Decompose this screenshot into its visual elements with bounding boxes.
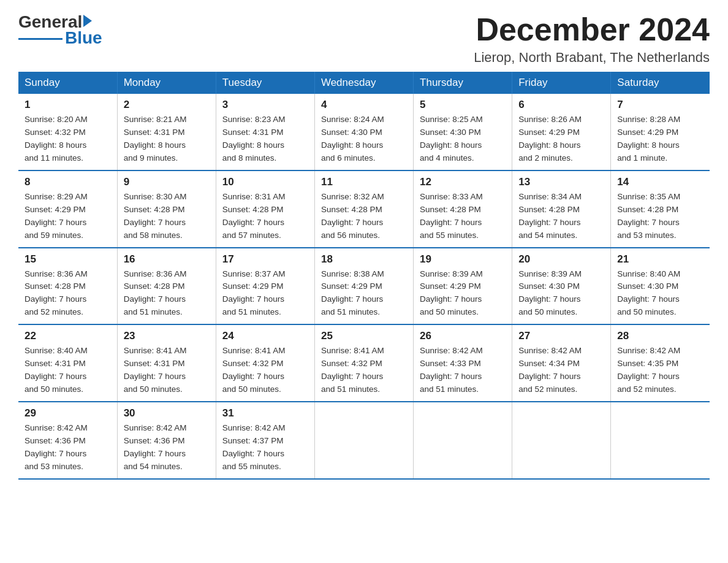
day-info: Sunrise: 8:41 AMSunset: 4:31 PMDaylight:… — [124, 345, 210, 396]
calendar-cell — [414, 402, 512, 479]
day-info: Sunrise: 8:40 AMSunset: 4:30 PMDaylight:… — [617, 268, 703, 320]
day-info: Sunrise: 8:28 AMSunset: 4:29 PMDaylight:… — [617, 113, 703, 165]
day-number: 31 — [222, 407, 308, 419]
day-number: 9 — [124, 176, 210, 188]
calendar-cell: 29 Sunrise: 8:42 AMSunset: 4:36 PMDaylig… — [18, 402, 117, 479]
day-info: Sunrise: 8:38 AMSunset: 4:29 PMDaylight:… — [321, 268, 407, 320]
day-header-thursday: Thursday — [414, 72, 512, 94]
calendar-cell: 26 Sunrise: 8:42 AMSunset: 4:33 PMDaylig… — [414, 324, 512, 402]
day-number: 11 — [321, 176, 407, 188]
calendar-header: SundayMondayTuesdayWednesdayThursdayFrid… — [18, 72, 710, 94]
day-header-monday: Monday — [117, 72, 216, 94]
day-info: Sunrise: 8:20 AMSunset: 4:32 PMDaylight:… — [25, 113, 111, 165]
day-number: 28 — [617, 330, 703, 342]
week-row-4: 22 Sunrise: 8:40 AMSunset: 4:31 PMDaylig… — [18, 324, 710, 402]
day-number: 23 — [124, 330, 210, 342]
calendar-cell: 4 Sunrise: 8:24 AMSunset: 4:30 PMDayligh… — [314, 94, 413, 170]
logo-blue-text: Blue — [65, 28, 102, 48]
day-number: 13 — [518, 176, 604, 188]
calendar-cell: 11 Sunrise: 8:32 AMSunset: 4:28 PMDaylig… — [314, 170, 413, 248]
day-info: Sunrise: 8:37 AMSunset: 4:29 PMDaylight:… — [222, 268, 308, 320]
calendar-table: SundayMondayTuesdayWednesdayThursdayFrid… — [18, 72, 710, 479]
calendar-cell: 25 Sunrise: 8:41 AMSunset: 4:32 PMDaylig… — [314, 324, 413, 402]
calendar-cell: 16 Sunrise: 8:36 AMSunset: 4:28 PMDaylig… — [117, 248, 216, 325]
day-info: Sunrise: 8:35 AMSunset: 4:28 PMDaylight:… — [617, 191, 703, 242]
day-info: Sunrise: 8:41 AMSunset: 4:32 PMDaylight:… — [321, 345, 407, 396]
day-number: 20 — [518, 253, 604, 266]
day-info: Sunrise: 8:41 AMSunset: 4:32 PMDaylight:… — [222, 345, 308, 396]
week-row-3: 15 Sunrise: 8:36 AMSunset: 4:28 PMDaylig… — [18, 248, 710, 325]
calendar-cell: 12 Sunrise: 8:33 AMSunset: 4:28 PMDaylig… — [414, 170, 512, 248]
day-number: 29 — [25, 407, 111, 419]
day-number: 7 — [617, 99, 703, 111]
day-info: Sunrise: 8:33 AMSunset: 4:28 PMDaylight:… — [420, 191, 506, 242]
day-number: 15 — [25, 253, 111, 266]
calendar-cell: 31 Sunrise: 8:42 AMSunset: 4:37 PMDaylig… — [216, 402, 314, 479]
calendar-cell: 1 Sunrise: 8:20 AMSunset: 4:32 PMDayligh… — [18, 94, 117, 170]
calendar-cell: 3 Sunrise: 8:23 AMSunset: 4:31 PMDayligh… — [216, 94, 314, 170]
calendar-cell: 27 Sunrise: 8:42 AMSunset: 4:34 PMDaylig… — [512, 324, 611, 402]
location-subtitle: Lierop, North Brabant, The Netherlands — [474, 50, 710, 66]
day-info: Sunrise: 8:42 AMSunset: 4:36 PMDaylight:… — [25, 422, 111, 473]
week-row-2: 8 Sunrise: 8:29 AMSunset: 4:29 PMDayligh… — [18, 170, 710, 248]
day-info: Sunrise: 8:42 AMSunset: 4:35 PMDaylight:… — [617, 345, 703, 396]
day-info: Sunrise: 8:34 AMSunset: 4:28 PMDaylight:… — [518, 191, 604, 242]
day-info: Sunrise: 8:36 AMSunset: 4:28 PMDaylight:… — [25, 268, 111, 320]
day-number: 30 — [124, 407, 210, 419]
logo-underline — [18, 38, 63, 40]
day-number: 1 — [25, 99, 111, 111]
day-header-tuesday: Tuesday — [216, 72, 314, 94]
day-header-friday: Friday — [512, 72, 611, 94]
calendar-cell: 5 Sunrise: 8:25 AMSunset: 4:30 PMDayligh… — [414, 94, 512, 170]
day-number: 18 — [321, 253, 407, 266]
calendar-cell: 9 Sunrise: 8:30 AMSunset: 4:28 PMDayligh… — [117, 170, 216, 248]
day-number: 16 — [124, 253, 210, 266]
day-info: Sunrise: 8:25 AMSunset: 4:30 PMDaylight:… — [420, 113, 506, 165]
day-number: 10 — [222, 176, 308, 188]
calendar-cell: 2 Sunrise: 8:21 AMSunset: 4:31 PMDayligh… — [117, 94, 216, 170]
calendar-cell — [512, 402, 611, 479]
day-number: 22 — [25, 330, 111, 342]
day-header-sunday: Sunday — [18, 72, 117, 94]
calendar-cell — [611, 402, 710, 479]
day-header-saturday: Saturday — [611, 72, 710, 94]
calendar-cell: 17 Sunrise: 8:37 AMSunset: 4:29 PMDaylig… — [216, 248, 314, 325]
logo-triangle-icon — [83, 15, 92, 27]
calendar-cell — [314, 402, 413, 479]
day-number: 17 — [222, 253, 308, 266]
day-info: Sunrise: 8:30 AMSunset: 4:28 PMDaylight:… — [124, 191, 210, 242]
calendar-cell: 8 Sunrise: 8:29 AMSunset: 4:29 PMDayligh… — [18, 170, 117, 248]
day-info: Sunrise: 8:26 AMSunset: 4:29 PMDaylight:… — [518, 113, 604, 165]
day-number: 19 — [420, 253, 506, 266]
title-block: December 2024 Lierop, North Brabant, The… — [474, 12, 710, 66]
day-number: 2 — [124, 99, 210, 111]
month-year-title: December 2024 — [474, 12, 710, 47]
day-headers-row: SundayMondayTuesdayWednesdayThursdayFrid… — [18, 72, 710, 94]
week-row-5: 29 Sunrise: 8:42 AMSunset: 4:36 PMDaylig… — [18, 402, 710, 479]
page-header: General Blue December 2024 Lierop, North… — [18, 12, 710, 66]
calendar-cell: 28 Sunrise: 8:42 AMSunset: 4:35 PMDaylig… — [611, 324, 710, 402]
day-info: Sunrise: 8:39 AMSunset: 4:30 PMDaylight:… — [518, 268, 604, 320]
calendar-cell: 13 Sunrise: 8:34 AMSunset: 4:28 PMDaylig… — [512, 170, 611, 248]
day-number: 21 — [617, 253, 703, 266]
day-info: Sunrise: 8:24 AMSunset: 4:30 PMDaylight:… — [321, 113, 407, 165]
day-number: 24 — [222, 330, 308, 342]
day-info: Sunrise: 8:42 AMSunset: 4:33 PMDaylight:… — [420, 345, 506, 396]
calendar-cell: 15 Sunrise: 8:36 AMSunset: 4:28 PMDaylig… — [18, 248, 117, 325]
day-header-wednesday: Wednesday — [314, 72, 413, 94]
calendar-cell: 20 Sunrise: 8:39 AMSunset: 4:30 PMDaylig… — [512, 248, 611, 325]
calendar-cell: 10 Sunrise: 8:31 AMSunset: 4:28 PMDaylig… — [216, 170, 314, 248]
day-number: 14 — [617, 176, 703, 188]
day-info: Sunrise: 8:40 AMSunset: 4:31 PMDaylight:… — [25, 345, 111, 396]
day-info: Sunrise: 8:32 AMSunset: 4:28 PMDaylight:… — [321, 191, 407, 242]
logo: General Blue — [18, 12, 102, 48]
day-info: Sunrise: 8:42 AMSunset: 4:37 PMDaylight:… — [222, 422, 308, 473]
day-number: 25 — [321, 330, 407, 342]
day-info: Sunrise: 8:31 AMSunset: 4:28 PMDaylight:… — [222, 191, 308, 242]
calendar-cell: 6 Sunrise: 8:26 AMSunset: 4:29 PMDayligh… — [512, 94, 611, 170]
calendar-cell: 14 Sunrise: 8:35 AMSunset: 4:28 PMDaylig… — [611, 170, 710, 248]
calendar-cell: 18 Sunrise: 8:38 AMSunset: 4:29 PMDaylig… — [314, 248, 413, 325]
day-number: 5 — [420, 99, 506, 111]
day-number: 12 — [420, 176, 506, 188]
day-number: 26 — [420, 330, 506, 342]
